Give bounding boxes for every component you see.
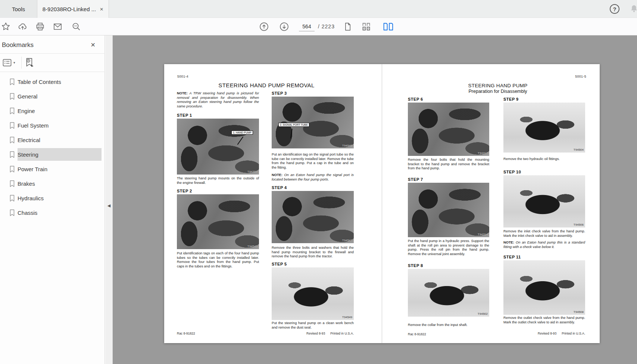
step-heading: STEP 7 bbox=[408, 177, 423, 182]
step-heading: STEP 1 bbox=[177, 113, 192, 117]
notification-bell-icon[interactable] bbox=[629, 4, 637, 14]
bookmarks-close-icon[interactable]: ✕ bbox=[91, 41, 96, 48]
search-button[interactable] bbox=[71, 22, 81, 32]
page-count-label: / 2223 bbox=[318, 23, 335, 29]
header-right-group: ? bbox=[610, 4, 637, 14]
bookmark-label: Brakes bbox=[18, 181, 35, 187]
step-photo: T94314 bbox=[408, 183, 489, 237]
callout-arrow bbox=[237, 136, 243, 145]
sidebar-item-general[interactable]: General bbox=[0, 89, 105, 104]
step-photo: T94317 bbox=[408, 103, 489, 156]
favorites-star-button[interactable] bbox=[1, 22, 11, 32]
email-button[interactable] bbox=[53, 22, 63, 32]
bookmark-label: Hydraulics bbox=[18, 195, 44, 201]
panel-collapse-button[interactable]: ◀ bbox=[106, 201, 112, 210]
page-number: 5001-5 bbox=[575, 75, 586, 78]
bookmarks-toolbar: ▾ bbox=[0, 54, 105, 72]
share-upload-button[interactable] bbox=[18, 22, 28, 32]
bookmarks-options-button[interactable]: ▾ bbox=[2, 57, 18, 68]
step-photo: T94508 bbox=[503, 260, 585, 315]
arrow-up-circle-icon bbox=[259, 22, 269, 32]
footer-revised: Revised 8-93 bbox=[538, 332, 556, 335]
page-number-input[interactable] bbox=[299, 22, 315, 31]
step-caption: Remove the four bolts that hold the moun… bbox=[408, 158, 489, 171]
help-icon[interactable]: ? bbox=[610, 4, 619, 14]
figure-label: T94300 bbox=[247, 170, 257, 173]
figure-label: T94502 bbox=[478, 312, 488, 316]
figure-label: T94547 bbox=[342, 239, 352, 242]
main-toolbar: / 2223 bbox=[0, 18, 637, 35]
star-icon bbox=[1, 22, 11, 32]
figure-label: T94545 bbox=[247, 245, 257, 248]
sidebar-item-brakes[interactable]: Brakes bbox=[0, 176, 105, 191]
footer-printed: Printed in U.S.A. bbox=[562, 332, 585, 335]
figure-label: T94504 bbox=[574, 148, 584, 151]
bookmark-flag-icon bbox=[9, 209, 15, 216]
add-bookmark-button[interactable] bbox=[24, 56, 37, 69]
bookmarks-title: Bookmarks bbox=[2, 41, 34, 49]
envelope-icon bbox=[53, 22, 63, 32]
sidebar-item-electrical[interactable]: Electrical bbox=[0, 133, 105, 147]
bookmark-flag-icon bbox=[9, 93, 15, 100]
step-caption: Remove the inlet check valve from the ha… bbox=[503, 229, 585, 238]
divider bbox=[21, 57, 22, 69]
photo-callout: 2. SIGNAL PORT TUBE bbox=[278, 123, 309, 127]
bookmark-flag-icon bbox=[9, 180, 15, 187]
single-page-icon bbox=[343, 22, 353, 32]
sidebar-item-power-train[interactable]: Power Train bbox=[0, 162, 105, 176]
previous-page-button[interactable] bbox=[259, 22, 269, 32]
intro-note: NOTE: A TRW steering hand pump is pictur… bbox=[177, 91, 259, 109]
step-photo: T94547 bbox=[272, 191, 354, 243]
footer-revision: Revised 8-93Printed in U.S.A. bbox=[272, 332, 354, 335]
document-view-area[interactable]: 5001-4 STEERING HAND PUMP REMOVAL NOTE: … bbox=[113, 35, 637, 364]
sidebar-item-hydraulics[interactable]: Hydraulics bbox=[0, 191, 105, 205]
two-page-icon bbox=[382, 22, 395, 32]
bookmarks-list: Table of Contents General Engine Fuel Sy… bbox=[0, 75, 105, 220]
figure-label: T94546 bbox=[342, 144, 352, 147]
footer-revision: Revised 8-93Printed in U.S.A. bbox=[503, 332, 585, 335]
sidebar-scrollbar[interactable]: ◀ bbox=[105, 35, 113, 364]
bookmark-flag-icon bbox=[9, 122, 15, 129]
cloud-upload-icon bbox=[18, 22, 28, 32]
bookmark-flag-icon bbox=[9, 107, 15, 114]
page-subtitle: Preparation for Disassembly bbox=[419, 89, 576, 94]
tab-close-icon[interactable]: ✕ bbox=[100, 7, 103, 12]
printer-icon bbox=[35, 22, 45, 32]
sidebar-item-steering[interactable]: Steering bbox=[0, 147, 105, 162]
step-heading: STEP 10 bbox=[503, 170, 521, 174]
step-caption: The steering hand pump mounts on the out… bbox=[177, 176, 259, 185]
sidebar-item-fuel-system[interactable]: Fuel System bbox=[0, 118, 105, 133]
footer-publication-number: Rac 8-91822 bbox=[408, 332, 426, 336]
two-page-view-button[interactable] bbox=[382, 22, 395, 32]
step-photo: 2. SIGNAL PORT TUBE T94546 bbox=[272, 97, 354, 148]
sidebar-item-table-of-contents[interactable]: Table of Contents bbox=[0, 75, 105, 89]
step-caption: Put the steering hand pump on a clean wo… bbox=[272, 321, 354, 330]
scrolling-view-button[interactable] bbox=[361, 22, 371, 32]
single-page-view-button[interactable] bbox=[343, 22, 353, 32]
figure-label: T94508 bbox=[574, 310, 584, 314]
caret-down-icon: ▾ bbox=[13, 61, 15, 65]
print-button[interactable] bbox=[35, 22, 45, 32]
step-heading: STEP 9 bbox=[503, 97, 519, 101]
bookmark-label: General bbox=[18, 93, 37, 100]
tab-tools[interactable]: Tools bbox=[0, 0, 37, 18]
step-caption: Remove the outlet check valve from the h… bbox=[503, 316, 585, 324]
footer-revised: Revised 8-93 bbox=[306, 332, 325, 335]
step-heading: STEP 4 bbox=[272, 185, 287, 190]
step-photo: T94504 bbox=[503, 103, 585, 153]
next-page-button[interactable] bbox=[279, 22, 289, 32]
step-heading: STEP 2 bbox=[177, 189, 192, 193]
multi-page-icon bbox=[361, 22, 371, 32]
arrow-down-circle-icon bbox=[279, 22, 289, 32]
sidebar-item-chassis[interactable]: Chassis bbox=[0, 205, 105, 220]
bookmark-label: Table of Contents bbox=[18, 79, 61, 85]
step-caption: Put an identification tag on the signal … bbox=[272, 153, 354, 170]
tab-document[interactable]: 8-92038RO-Linked ... ✕ bbox=[37, 0, 109, 18]
list-options-icon bbox=[2, 57, 12, 68]
tab-tools-label: Tools bbox=[12, 6, 25, 12]
step-photo: T94502 bbox=[408, 269, 489, 317]
step-photo: T94545 bbox=[177, 194, 259, 249]
photo-callout: 1. HAND PUMP bbox=[231, 131, 253, 135]
sidebar-item-engine[interactable]: Engine bbox=[0, 104, 105, 118]
window-tab-bar: Tools 8-92038RO-Linked ... ✕ ? bbox=[0, 0, 637, 18]
